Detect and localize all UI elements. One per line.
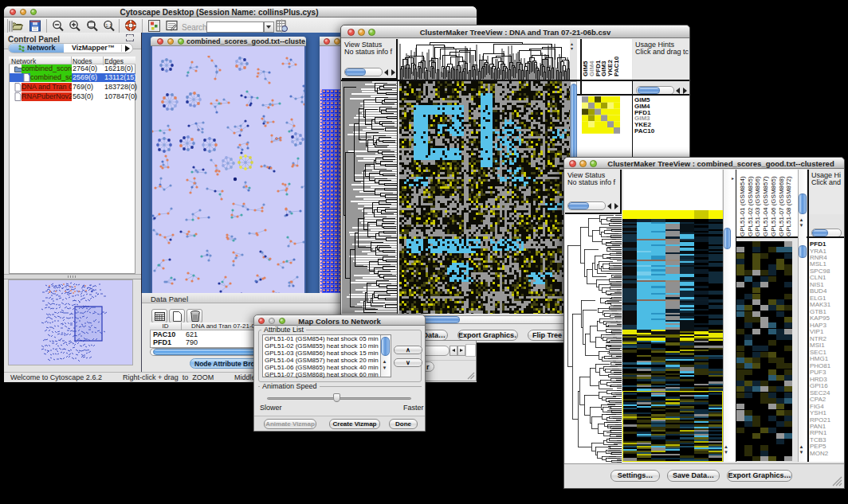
svg-text:1:1: 1:1 — [105, 23, 112, 28]
